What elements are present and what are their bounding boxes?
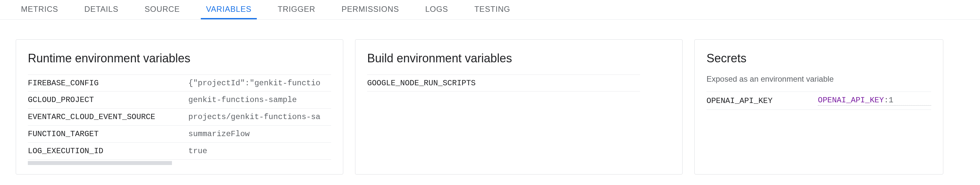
tab-details[interactable]: DETAILS — [79, 0, 124, 19]
env-var-key: FUNCTION_TARGET — [28, 129, 188, 139]
runtime-table: FIREBASE_CONFIG {"projectId":"genkit-fun… — [28, 75, 331, 160]
tab-variables[interactable]: VARIABLES — [201, 0, 257, 19]
secrets-title: Secrets — [706, 51, 931, 65]
table-row: OPENAI_API_KEY OPENAI_API_KEY:1 — [706, 91, 931, 110]
tab-source[interactable]: SOURCE — [139, 0, 185, 19]
secrets-subtitle: Exposed as an environment variable — [706, 75, 931, 84]
secret-key: OPENAI_API_KEY — [706, 96, 818, 105]
table-row: LOG_EXECUTION_ID true — [28, 143, 331, 160]
tab-logs[interactable]: LOGS — [420, 0, 453, 19]
runtime-env-card: Runtime environment variables FIREBASE_C… — [16, 39, 343, 174]
env-var-value: projects/genkit-functions-sa — [188, 113, 331, 121]
cards-container: Runtime environment variables FIREBASE_C… — [0, 20, 980, 174]
table-row: FUNCTION_TARGET summarizeFlow — [28, 126, 331, 143]
tab-trigger[interactable]: TRIGGER — [272, 0, 321, 19]
env-var-value: summarizeFlow — [188, 129, 331, 139]
secret-value: OPENAI_API_KEY:1 — [818, 96, 931, 105]
runtime-title: Runtime environment variables — [28, 51, 331, 65]
env-var-value: genkit-functions-sample — [188, 96, 331, 104]
table-row: FIREBASE_CONFIG {"projectId":"genkit-fun… — [28, 75, 331, 91]
table-row: EVENTARC_CLOUD_EVENT_SOURCE projects/gen… — [28, 108, 331, 126]
table-row: GOOGLE_NODE_RUN_SCRIPTS — [367, 75, 640, 91]
env-var-key: GCLOUD_PROJECT — [28, 96, 188, 104]
env-var-key: EVENTARC_CLOUD_EVENT_SOURCE — [28, 113, 188, 121]
build-env-card: Build environment variables GOOGLE_NODE_… — [355, 39, 682, 174]
env-var-key: GOOGLE_NODE_RUN_SCRIPTS — [367, 79, 476, 88]
build-title: Build environment variables — [367, 51, 670, 65]
env-var-key: LOG_EXECUTION_ID — [28, 147, 188, 155]
secret-version-suffix: :1 — [884, 96, 894, 105]
horizontal-scrollbar[interactable] — [28, 161, 172, 165]
tab-metrics[interactable]: METRICS — [16, 0, 64, 19]
secret-link[interactable]: OPENAI_API_KEY — [818, 96, 884, 105]
tab-testing[interactable]: TESTING — [469, 0, 515, 19]
env-var-value: true — [188, 147, 331, 155]
env-var-key: FIREBASE_CONFIG — [28, 79, 188, 88]
table-row: GCLOUD_PROJECT genkit-functions-sample — [28, 91, 331, 108]
tab-permissions[interactable]: PERMISSIONS — [336, 0, 404, 19]
secrets-card: Secrets Exposed as an environment variab… — [694, 39, 943, 174]
env-var-value: {"projectId":"genkit-functio — [188, 79, 331, 88]
tabs-bar: METRICS DETAILS SOURCE VARIABLES TRIGGER… — [0, 0, 980, 20]
